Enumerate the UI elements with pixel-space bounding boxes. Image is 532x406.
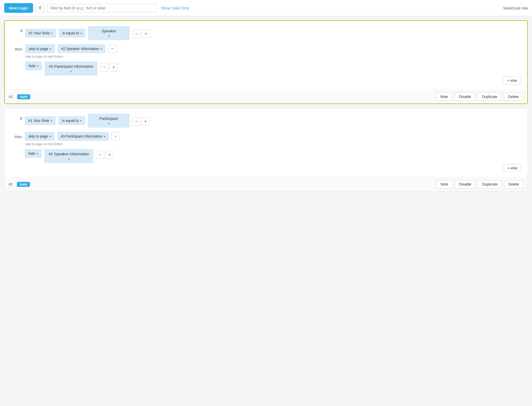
- action-label-1-2: hide: [29, 64, 35, 68]
- action-dropdown-1-2[interactable]: hide ▾: [25, 61, 42, 70]
- else-row-2: + else: [11, 164, 521, 172]
- logic-card-2-footer: #2 Valid Note Disable Duplicate Delete: [4, 177, 528, 191]
- then-sub-1-1: skip to page ▾ #2 Speaker Information ▾ …: [25, 44, 116, 58]
- duplicate-button-2[interactable]: Duplicate: [478, 180, 502, 188]
- else-button-1[interactable]: + else: [503, 77, 521, 84]
- action-btn-group-1-2: − +: [100, 61, 118, 71]
- if-label-2: If: [11, 114, 22, 121]
- delete-button-2[interactable]: Delete: [504, 180, 523, 188]
- then-row-2-2: hide ▾ #2 Speaker Information ▾ − +: [11, 149, 521, 163]
- if-label-1: If: [11, 26, 22, 33]
- target-val-arrow-1-2: ▾: [70, 70, 72, 73]
- condition-btn-group-2: − +: [132, 116, 150, 126]
- value-box-2[interactable]: Participant ▾: [88, 114, 129, 128]
- main-content: If #1 Your Role ▾ is equal to ▾ Speaker …: [0, 16, 532, 195]
- field-dropdown-1-label: #1 Your Role: [29, 31, 50, 35]
- field-dropdown-1-arrow: ▾: [51, 32, 52, 35]
- skip-note-1-1: skip to page on next button: [26, 55, 116, 58]
- card-num-2: #2: [9, 182, 13, 186]
- then-block-2: then skip to page ▾ #3 Participant Infor…: [11, 132, 521, 163]
- add-condition-2[interactable]: +: [141, 117, 150, 126]
- target-arrow-2-1: ▾: [104, 135, 105, 138]
- action-arrow-1-2: ▾: [37, 65, 38, 67]
- then-block-1: then skip to page ▾ #2 Speaker Informati…: [11, 44, 521, 76]
- action-label-2-1: skip to page: [28, 134, 48, 138]
- remove-action-1-1[interactable]: −: [108, 45, 116, 53]
- note-button-1[interactable]: Note: [436, 93, 453, 101]
- target-val-arrow-2-2: ▾: [68, 158, 70, 161]
- add-action-1-2[interactable]: +: [109, 63, 118, 71]
- condition-btn-group-1: − +: [132, 28, 150, 38]
- operator-dropdown-2-arrow: ▾: [80, 119, 82, 122]
- add-action-2-2[interactable]: +: [105, 151, 114, 159]
- target-text-1-2: #3 Participant Information: [49, 64, 93, 69]
- logic-card-2: If #1 Your Role ▾ is equal to ▾ Particip…: [4, 108, 528, 191]
- show-valid-only-toggle[interactable]: Show Valid Only: [161, 6, 189, 10]
- value-box-1[interactable]: Speaker ▾: [88, 26, 130, 40]
- operator-dropdown-1[interactable]: is equal to ▾: [59, 29, 85, 38]
- card-num-1: #1: [9, 95, 13, 99]
- action-arrow-2-1: ▾: [50, 135, 51, 138]
- then-label-1-1: then: [11, 44, 22, 51]
- remove-condition-1[interactable]: −: [132, 30, 141, 38]
- operator-dropdown-2-label: is equal to: [62, 119, 79, 123]
- delete-button-1[interactable]: Delete: [504, 93, 523, 101]
- duplicate-button-1[interactable]: Duplicate: [478, 93, 502, 101]
- target-label-1-1: #2 Speaker Information: [61, 47, 99, 51]
- if-condition-1: #1 Your Role ▾ is equal to ▾ Speaker ▾ −…: [25, 26, 150, 40]
- target-dropdown-1-1[interactable]: #2 Speaker Information ▾: [58, 44, 106, 53]
- then-label-1-2: [11, 61, 22, 64]
- footer-actions-1: Note Disable Duplicate Delete: [436, 93, 523, 101]
- remove-action-2-1[interactable]: −: [112, 132, 120, 140]
- filter-input[interactable]: [47, 4, 157, 12]
- value-text-1: Speaker: [102, 29, 116, 33]
- target-box-2-2[interactable]: #2 Speaker Information ▾: [44, 149, 93, 163]
- filter-icon: [38, 6, 42, 10]
- action-arrow-2-2: ▾: [37, 152, 38, 155]
- action-label-1-1: skip to page: [29, 47, 48, 51]
- valid-badge-2: Valid: [17, 182, 30, 187]
- action-label-2-2: hide: [28, 151, 35, 156]
- field-dropdown-2[interactable]: #1 Your Role ▾: [25, 116, 56, 125]
- disable-button-2[interactable]: Disable: [455, 180, 476, 188]
- target-dropdown-2-1[interactable]: #3 Participant Information ▾: [57, 132, 109, 141]
- operator-dropdown-1-label: is equal to: [62, 31, 79, 35]
- header: New Logic Show Valid Only Saved just now: [0, 0, 532, 16]
- footer-actions-2: Note Disable Duplicate Delete: [436, 180, 523, 188]
- skip-note-2-1: skip to page on next button: [25, 142, 120, 146]
- target-box-1-2[interactable]: #3 Participant Information ▾: [45, 61, 97, 76]
- action-dropdown-2-1[interactable]: skip to page ▾: [25, 132, 55, 141]
- remove-condition-2[interactable]: −: [132, 117, 140, 126]
- else-row-1: + else: [11, 77, 521, 84]
- else-button-2[interactable]: + else: [504, 164, 521, 172]
- disable-button-1[interactable]: Disable: [454, 93, 475, 101]
- then-sub-2-1: skip to page ▾ #3 Participant Informatio…: [25, 132, 120, 146]
- note-button-2[interactable]: Note: [436, 180, 453, 188]
- saved-status: Saved just now: [503, 6, 528, 10]
- filter-icon-button[interactable]: [36, 4, 45, 13]
- action-arrow-1-1: ▾: [50, 47, 51, 50]
- target-text-2-2: #2 Speaker Information: [48, 152, 89, 156]
- if-row-1: If #1 Your Role ▾ is equal to ▾ Speaker …: [11, 26, 521, 40]
- then-label-2-1: then: [11, 132, 22, 139]
- action-dropdown-1-1[interactable]: skip to page ▾: [25, 44, 55, 53]
- remove-action-2-2[interactable]: −: [96, 151, 104, 159]
- field-dropdown-2-arrow: ▾: [51, 119, 52, 122]
- target-arrow-1-1: ▾: [101, 47, 102, 50]
- logic-card-1-inner: If #1 Your Role ▾ is equal to ▾ Speaker …: [5, 21, 527, 90]
- valid-badge-1: Valid: [17, 94, 30, 99]
- logic-card-1-footer: #1 Valid Note Disable Duplicate Delete: [5, 90, 527, 103]
- then-row-1-2: hide ▾ #3 Participant Information ▾ − +: [11, 61, 521, 76]
- value-text-2: Participant: [100, 116, 118, 121]
- then-label-2-2: [11, 149, 22, 152]
- operator-dropdown-1-arrow: ▾: [81, 32, 82, 35]
- remove-action-1-2[interactable]: −: [100, 63, 108, 71]
- operator-dropdown-2[interactable]: is equal to ▾: [58, 116, 85, 125]
- if-row-2: If #1 Your Role ▾ is equal to ▾ Particip…: [11, 114, 521, 128]
- then-row-1-1: then skip to page ▾ #2 Speaker Informati…: [11, 44, 521, 58]
- action-dropdown-2-2[interactable]: hide ▾: [25, 149, 42, 158]
- if-condition-2: #1 Your Role ▾ is equal to ▾ Participant…: [25, 114, 150, 128]
- add-condition-1[interactable]: +: [142, 30, 150, 38]
- new-logic-button[interactable]: New Logic: [4, 3, 33, 13]
- field-dropdown-1[interactable]: #1 Your Role ▾: [25, 29, 56, 38]
